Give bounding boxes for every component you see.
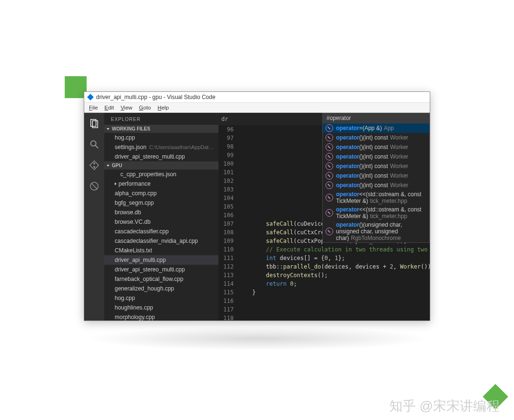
svg-point-2 xyxy=(91,141,96,146)
intellisense-item[interactable]: operator<<(std::ostream &, const TickMet… xyxy=(323,205,429,220)
watermark-text: 知乎 @宋宋讲编程 xyxy=(389,397,500,415)
window-title: driver_api_multi.cpp - gpu - Visual Stud… xyxy=(96,94,216,100)
vscode-window: driver_api_multi.cpp - gpu - Visual Stud… xyxy=(84,91,430,321)
menu-goto[interactable]: Goto xyxy=(136,104,154,111)
file-item[interactable]: driver_api_multi.cpp xyxy=(104,255,218,265)
sidebar: EXPLORER WORKING FILES hog.cppsettings.j… xyxy=(104,113,218,320)
file-item[interactable]: cascadeclassifier_nvidia_api.cpp xyxy=(104,236,218,246)
search-icon[interactable] xyxy=(89,139,100,150)
intellisense-item[interactable]: operator<<(std::ostream &, const TickMet… xyxy=(323,190,429,205)
window-shadow xyxy=(86,327,431,350)
gutter: 9697989910010110210310410510610710810911… xyxy=(218,125,238,320)
debug-icon[interactable] xyxy=(89,180,100,192)
file-item[interactable]: farneback_optical_flow.cpp xyxy=(104,274,218,284)
working-file[interactable]: hog.cpp xyxy=(104,133,218,142)
intellisense-item[interactable]: operator()(unsigned char, unsigned char,… xyxy=(323,220,429,242)
intellisense-item[interactable]: operator()(int) constWorker xyxy=(323,180,429,190)
working-file[interactable]: driver_api_stereo_multi.cpp xyxy=(104,152,218,161)
working-files-header[interactable]: WORKING FILES xyxy=(104,125,218,133)
menu-file[interactable]: File xyxy=(86,104,101,111)
method-icon xyxy=(326,194,333,201)
intellisense-filter[interactable]: #operator xyxy=(323,113,429,123)
file-item[interactable]: performance xyxy=(104,179,218,189)
method-icon xyxy=(326,228,333,235)
intellisense-item[interactable]: operator()(int) constWorker xyxy=(323,161,429,171)
file-item[interactable]: generalized_hough.cpp xyxy=(104,284,218,293)
file-item[interactable]: bgfg_segm.cpp xyxy=(104,198,218,208)
method-icon xyxy=(326,172,333,180)
intellisense-item[interactable]: operator()(int) constWorker xyxy=(323,133,429,142)
file-item[interactable]: cascadeclassifier.cpp xyxy=(104,227,218,236)
chevron-down-icon xyxy=(107,165,109,167)
file-item[interactable]: browse.VC.db xyxy=(104,217,218,227)
menu-view[interactable]: View xyxy=(118,104,135,111)
explorer-icon[interactable] xyxy=(89,118,100,129)
file-item[interactable]: driver_api_stereo_multi.cpp xyxy=(104,265,218,274)
intellisense-item[interactable]: operator=(App &)App xyxy=(323,123,429,133)
svg-line-7 xyxy=(91,183,98,190)
chevron-down-icon xyxy=(107,128,109,130)
file-item[interactable]: alpha_comp.cpp xyxy=(104,189,218,198)
method-icon xyxy=(326,162,333,170)
intellisense-item[interactable]: operator()(int) constWorker xyxy=(323,142,429,152)
method-icon xyxy=(326,143,333,151)
file-item[interactable]: browse.db xyxy=(104,208,218,217)
git-icon[interactable] xyxy=(89,160,100,171)
file-item[interactable]: hog.cpp xyxy=(104,293,218,303)
method-icon xyxy=(326,209,333,217)
title-bar[interactable]: driver_api_multi.cpp - gpu - Visual Stud… xyxy=(84,92,430,102)
file-item[interactable]: CMakeLists.txt xyxy=(104,246,218,255)
method-icon xyxy=(326,134,333,141)
intellisense-popup: #operator operator=(App &)Appoperator()(… xyxy=(322,113,430,243)
activity-bar xyxy=(84,113,104,320)
method-icon xyxy=(326,153,333,160)
menu-bar: FileEditViewGotoHelp xyxy=(84,102,430,113)
vscode-icon xyxy=(87,94,94,100)
intellisense-item[interactable]: operator()(int) constWorker xyxy=(323,152,429,161)
file-item[interactable]: morphology.cpp xyxy=(104,312,218,320)
method-icon xyxy=(326,181,333,189)
menu-help[interactable]: Help xyxy=(155,104,172,111)
sidebar-title: EXPLORER xyxy=(104,113,218,125)
file-item[interactable]: houghlines.cpp xyxy=(104,303,218,312)
project-header[interactable]: GPU xyxy=(104,161,218,170)
intellisense-item[interactable]: operator()(int) constWorker xyxy=(323,171,429,180)
method-icon xyxy=(326,124,333,132)
file-item[interactable]: c_cpp_properties.json xyxy=(104,170,218,179)
svg-point-5 xyxy=(93,166,95,168)
svg-line-3 xyxy=(96,146,99,149)
editor[interactable]: dr 9697989910010110210310410510610710810… xyxy=(218,113,430,320)
menu-edit[interactable]: Edit xyxy=(102,104,117,111)
svg-point-4 xyxy=(93,163,95,165)
working-file[interactable]: settings.jsonC:\Users\aasthan\AppData... xyxy=(104,142,218,152)
